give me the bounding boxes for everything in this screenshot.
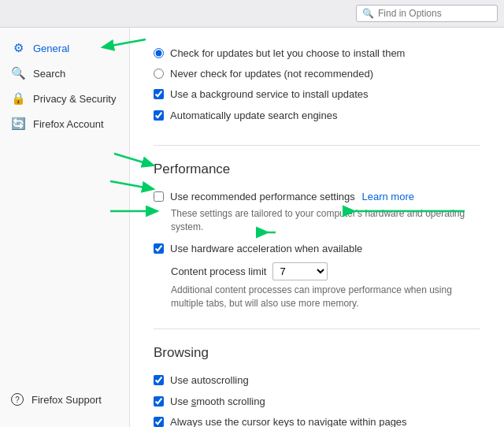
find-in-options-input[interactable] <box>378 8 491 19</box>
updates-section: Check for updates but let you choose to … <box>154 43 480 126</box>
update-search-checkbox[interactable] <box>154 110 164 121</box>
option-row-cursor-keys: Always use the cursor keys to navigate w… <box>154 412 480 427</box>
option-row-recommended: Use recommended performance settings Lea… <box>154 187 480 207</box>
sidebar-item-general[interactable]: ⚙ General <box>0 35 129 61</box>
option-row-update-background: Use a background service to install upda… <box>154 84 480 105</box>
process-limit-select[interactable]: 1 2 3 4 5 6 7 8 <box>272 262 328 280</box>
account-icon: 🔄 <box>11 117 25 131</box>
find-icon: 🔍 <box>362 8 374 19</box>
sidebar-bottom: ? Firefox Support <box>0 388 129 419</box>
option-row-autoscroll: Use autoscrolling <box>154 370 480 391</box>
update-never-radio[interactable] <box>154 69 164 79</box>
sidebar-item-general-label: General <box>33 43 69 54</box>
content-area: Check for updates but let you choose to … <box>130 28 504 427</box>
main-layout: ⚙ General 🔍 Search 🔒 Privacy & Security … <box>0 28 504 427</box>
sidebar-item-account-label: Firefox Account <box>33 118 104 130</box>
browsing-section-title: Browsing <box>154 345 480 361</box>
search-icon: 🔍 <box>11 66 25 80</box>
option-row-update-check: Check for updates but let you choose to … <box>154 43 480 64</box>
update-background-checkbox[interactable] <box>154 89 164 99</box>
sidebar-item-account[interactable]: 🔄 Firefox Account <box>0 111 129 136</box>
support-icon: ? <box>11 393 24 406</box>
option-row-hardware-accel: Use hardware acceleration when available <box>154 239 480 259</box>
learn-more-link[interactable]: Learn more <box>361 191 413 202</box>
process-limit-label: Content process limit <box>171 265 266 277</box>
divider-browsing <box>154 329 480 329</box>
autoscroll-label: Use autoscrolling <box>170 373 249 388</box>
browsing-section: Browsing Use autoscrolling Use smooth sc… <box>154 345 480 427</box>
option-row-smooth-scroll: Use smooth scrolling <box>154 392 480 412</box>
lock-icon: 🔒 <box>11 91 25 106</box>
update-never-label: Never check for updates (not recommended… <box>170 67 373 81</box>
recommended-settings-label: Use recommended performance settings Lea… <box>170 190 414 204</box>
sidebar-item-search-label: Search <box>33 68 65 80</box>
option-row-update-search: Automatically update search engines <box>154 106 480 126</box>
divider-performance <box>154 145 480 146</box>
sidebar-item-support-label: Firefox Support <box>32 394 102 406</box>
find-in-options-box[interactable]: 🔍 <box>356 5 498 22</box>
sidebar-item-privacy[interactable]: 🔒 Privacy & Security <box>0 86 129 111</box>
smooth-scroll-label: Use smooth scrolling <box>170 395 265 409</box>
cursor-keys-checkbox[interactable] <box>154 417 164 427</box>
hardware-accel-checkbox[interactable] <box>154 243 164 254</box>
recommended-desc: These settings are tailored to your comp… <box>171 207 480 234</box>
update-check-radio[interactable] <box>154 48 164 58</box>
sidebar: ⚙ General 🔍 Search 🔒 Privacy & Security … <box>0 28 130 427</box>
update-background-label: Use a background service to install upda… <box>170 87 368 102</box>
sidebar-item-search[interactable]: 🔍 Search <box>0 61 129 86</box>
autoscroll-checkbox[interactable] <box>154 375 164 385</box>
smooth-scroll-checkbox[interactable] <box>154 396 164 407</box>
recommended-settings-checkbox[interactable] <box>154 191 164 202</box>
gear-icon: ⚙ <box>11 41 25 55</box>
top-bar: 🔍 <box>0 0 504 28</box>
hardware-accel-label: Use hardware acceleration when available <box>170 242 362 256</box>
sidebar-item-privacy-label: Privacy & Security <box>33 93 116 105</box>
performance-section-title: Performance <box>154 162 480 177</box>
cursor-keys-label: Always use the cursor keys to navigate w… <box>170 415 407 427</box>
process-note: Additional content processes can improve… <box>171 284 480 310</box>
sidebar-item-support[interactable]: ? Firefox Support <box>0 388 129 411</box>
option-row-update-never: Never check for updates (not recommended… <box>154 64 480 84</box>
update-search-label: Automatically update search engines <box>170 109 337 123</box>
performance-section: Performance Use recommended performance … <box>154 162 480 310</box>
process-limit-row: Content process limit 1 2 3 4 5 6 7 8 <box>171 262 480 280</box>
update-check-label: Check for updates but let you choose to … <box>170 46 405 61</box>
